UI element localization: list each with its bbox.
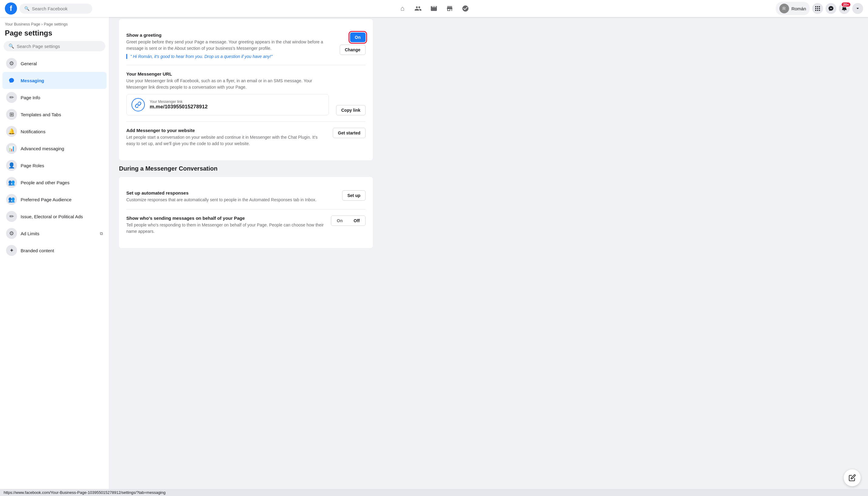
messenger-url-info: Your Messenger URL Use your Messenger li… <box>126 71 336 115</box>
show-greeting-row: Show a greeting Greet people before they… <box>126 27 366 65</box>
ad-limits-icon: ⚙ <box>6 228 17 239</box>
svg-point-6 <box>815 10 816 11</box>
people-pages-icon: 👥 <box>6 177 17 188</box>
facebook-logo[interactable]: f <box>5 2 17 15</box>
messenger-url-action: Copy link <box>336 105 366 115</box>
messenger-btn[interactable] <box>825 3 836 14</box>
sidebar-item-label: Page Info <box>21 95 40 100</box>
sidebar-item-label: People and other Pages <box>21 180 69 185</box>
general-icon: ⚙ <box>6 58 17 69</box>
search-input[interactable] <box>32 6 88 11</box>
svg-point-3 <box>815 8 816 9</box>
messenger-url-row: Your Messenger URL Use your Messenger li… <box>126 65 366 122</box>
page-roles-icon: 👤 <box>6 160 17 171</box>
messenger-url-desc: Use your Messenger link off Facebook, su… <box>126 78 329 91</box>
during-conversation-card: Set up automated responses Customize res… <box>119 177 373 248</box>
automated-info: Set up automated responses Customize res… <box>126 190 342 203</box>
sidebar-item-label: Branded content <box>21 248 54 253</box>
sidebar-item-label: Notifications <box>21 129 46 134</box>
page-title: Page settings <box>2 28 107 41</box>
svg-point-4 <box>817 8 818 9</box>
show-sender-desc: Tell people who's responding to them in … <box>126 222 324 235</box>
svg-point-0 <box>815 6 816 7</box>
search-bar[interactable]: 🔍 <box>19 4 92 14</box>
svg-point-5 <box>819 8 820 9</box>
breadcrumb: Your Business Page › Page settings <box>2 22 107 28</box>
sidebar-search-bar[interactable]: 🔍 <box>4 41 105 51</box>
starting-conversation-card: Show a greeting Greet people before they… <box>119 19 373 160</box>
svg-point-2 <box>819 6 820 7</box>
groups-nav-btn[interactable] <box>458 2 473 15</box>
sidebar-item-ad-limits[interactable]: ⚙ Ad Limits ⧉ <box>2 225 107 242</box>
sidebar-item-general[interactable]: ⚙ General <box>2 55 107 72</box>
external-link-icon: ⧉ <box>100 231 103 236</box>
sidebar-item-people-pages[interactable]: 👥 People and other Pages <box>2 174 107 191</box>
sidebar-item-templates-tabs[interactable]: ⊞ Templates and Tabs <box>2 106 107 123</box>
set-up-btn[interactable]: Set up <box>342 190 366 201</box>
nav-center: ⌂ <box>92 2 776 15</box>
store-nav-btn[interactable] <box>443 2 457 15</box>
main-content: Starting a Messenger Conversation Show a… <box>109 0 383 260</box>
sidebar-item-label: Page Roles <box>21 163 44 168</box>
sidebar: Your Business Page › Page settings Page … <box>0 17 109 260</box>
top-navigation: f 🔍 ⌂ R Román 20+ <box>0 0 868 17</box>
messenger-url-box: Your Messenger link m.me/103955015278912 <box>126 94 329 115</box>
greeting-title: Show a greeting <box>126 32 332 37</box>
greeting-info: Show a greeting Greet people before they… <box>126 32 340 59</box>
preferred-audience-icon: 👥 <box>6 194 17 205</box>
templates-icon: ⊞ <box>6 109 17 120</box>
sidebar-item-label: Advanced messaging <box>21 146 64 151</box>
svg-point-1 <box>817 6 818 7</box>
issue-ads-icon: ✏ <box>6 211 17 222</box>
notifications-icon: 🔔 <box>6 126 17 137</box>
sender-toggle[interactable]: On Off <box>331 216 366 226</box>
messenger-url-label: Your Messenger link <box>150 99 208 104</box>
automated-responses-row: Set up automated responses Customize res… <box>126 184 366 210</box>
greeting-change-btn[interactable]: Change <box>340 45 366 55</box>
sidebar-item-label: Templates and Tabs <box>21 112 61 117</box>
greeting-action: On Change <box>340 32 366 55</box>
sidebar-item-preferred-audience[interactable]: 👥 Preferred Page Audience <box>2 191 107 208</box>
messenger-url-value: m.me/103955015278912 <box>150 104 208 110</box>
add-messenger-info: Add Messenger to your website Let people… <box>126 128 333 147</box>
sidebar-item-page-roles[interactable]: 👤 Page Roles <box>2 157 107 174</box>
greeting-on-btn[interactable]: On <box>350 32 366 42</box>
messaging-icon <box>6 75 17 86</box>
home-nav-btn[interactable]: ⌂ <box>395 2 409 15</box>
sidebar-item-page-info[interactable]: ✏ Page Info <box>2 89 107 106</box>
search-icon: 🔍 <box>9 43 14 49</box>
sidebar-item-label: Ad Limits <box>21 231 40 236</box>
add-messenger-action: Get started <box>333 128 366 138</box>
automated-action: Set up <box>342 190 366 201</box>
sidebar-item-issue-ads[interactable]: ✏ Issue, Electoral or Political Ads <box>2 208 107 225</box>
show-sender-info: Show who's sending messages on behalf of… <box>126 216 331 235</box>
sidebar-item-notifications[interactable]: 🔔 Notifications <box>2 123 107 140</box>
messenger-url-details: Your Messenger link m.me/103955015278912 <box>150 99 208 110</box>
notifications-btn[interactable]: 20+ <box>839 3 850 14</box>
friends-nav-btn[interactable] <box>411 2 425 15</box>
advanced-messaging-icon: 📊 <box>6 143 17 154</box>
copy-link-btn[interactable]: Copy link <box>336 105 366 115</box>
sender-on-option[interactable]: On <box>331 216 348 226</box>
grid-menu-btn[interactable] <box>812 3 823 14</box>
add-messenger-desc: Let people start a conversation on your … <box>126 134 325 147</box>
show-sender-row: Show who's sending messages on behalf of… <box>126 210 366 241</box>
sidebar-search-input[interactable] <box>17 44 100 49</box>
sidebar-item-branded-content[interactable]: ✦ Branded content <box>2 242 107 259</box>
sidebar-item-label: Preferred Page Audience <box>21 197 72 202</box>
user-profile-btn[interactable]: R Román <box>776 2 810 15</box>
search-icon: 🔍 <box>24 6 29 11</box>
svg-point-7 <box>817 10 818 11</box>
greeting-desc: Greet people before they send your Page … <box>126 39 332 51</box>
account-menu-btn[interactable] <box>852 3 863 14</box>
add-messenger-row: Add Messenger to your website Let people… <box>126 122 366 153</box>
sender-off-option[interactable]: Off <box>348 216 365 226</box>
svg-point-8 <box>819 10 820 11</box>
get-started-btn[interactable]: Get started <box>333 128 366 138</box>
sidebar-item-advanced-messaging[interactable]: 📊 Advanced messaging <box>2 140 107 157</box>
sidebar-item-label: General <box>21 61 37 66</box>
nav-right: R Román 20+ <box>776 2 863 15</box>
video-nav-btn[interactable] <box>427 2 441 15</box>
section2-title: During a Messenger Conversation <box>119 165 373 172</box>
sidebar-item-messaging[interactable]: Messaging <box>2 72 107 89</box>
